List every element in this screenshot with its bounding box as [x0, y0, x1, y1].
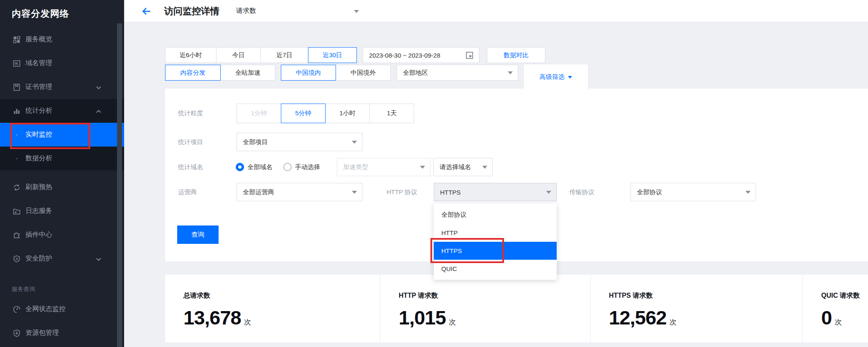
time-range-7d-button[interactable]: 近7日 [260, 47, 308, 63]
all-domains-radio[interactable] [236, 163, 244, 171]
project-select[interactable]: 全部项目 [237, 133, 362, 151]
bullet-icon: · [12, 130, 22, 139]
chevron-down-icon [420, 166, 425, 169]
granularity-1min-button[interactable]: 1分钟 [237, 104, 281, 123]
metric-select[interactable]: 请求数 [236, 0, 361, 22]
stats-panel: 总请求数 13,678 次 HTTP 请求数 1,015 次 HTTPS 请求数… [165, 275, 868, 342]
menu-option-all-protocols[interactable]: 全部协议 [434, 206, 557, 224]
bookmark-icon [12, 82, 22, 92]
http-protocol-label: HTTP 协议 [387, 188, 417, 196]
transport-select-value: 全部协议 [637, 188, 662, 196]
domain-icon: W. [12, 58, 22, 68]
menu-option-http[interactable]: HTTP [434, 224, 557, 242]
sidebar-section-label: 服务查询 [0, 281, 124, 297]
manual-select-radio[interactable] [283, 163, 292, 171]
sidebar-item-label: 资源包管理 [25, 329, 59, 337]
metric-select-value: 请求数 [236, 7, 256, 15]
back-arrow-icon[interactable] [141, 6, 152, 17]
region-tab-overseas[interactable]: 中国境外 [336, 65, 391, 81]
all-domains-radio-label[interactable]: 全部域名 [247, 163, 272, 171]
domain-picker-placeholder: 请选择域名 [440, 163, 471, 171]
product-tab-ecdn[interactable]: 全站加速 [220, 65, 275, 81]
stat-value: 13,678 [183, 306, 241, 329]
project-select-value: 全部项目 [243, 138, 268, 146]
area-select-value: 全部地区 [403, 69, 428, 77]
chevron-down-icon [354, 10, 359, 13]
chevron-down-icon [482, 166, 487, 169]
stat-quic-requests: QUIC 请求数 0 次 [802, 275, 868, 342]
stat-label: QUIC 请求数 [821, 291, 868, 300]
time-range-bar: 近6小时 今日 近7日 近30日 2023-08-30 ~ 2023-09-28… [165, 47, 545, 63]
sidebar-item-label: 刷新预热 [25, 183, 52, 192]
area-select[interactable]: 全部地区 [397, 65, 518, 81]
chevron-down-icon [568, 76, 572, 79]
page-header: 访问监控详情 请求数 [124, 0, 868, 22]
stat-unit: 次 [669, 317, 677, 327]
chevron-down-icon [352, 141, 357, 144]
sidebar-item-label: 日志服务 [25, 207, 52, 215]
sidebar-item-security[interactable]: 安全防护 [0, 247, 124, 271]
sidebar-item-statistics[interactable]: 统计分析 [0, 99, 124, 123]
accel-type-placeholder: 加速类型 [343, 163, 368, 171]
sidebar-item-label: 数据分析 [25, 154, 52, 163]
region-tab-china[interactable]: 中国境内 [281, 65, 336, 81]
menu-option-quic[interactable]: QUIC [434, 260, 557, 278]
time-range-6h-button[interactable]: 近6小时 [165, 47, 216, 63]
grid-icon [12, 35, 22, 45]
stat-https-requests: HTTPS 请求数 12,562 次 [590, 275, 802, 342]
sidebar-item-log-service[interactable]: 日志服务 [0, 199, 124, 223]
granularity-1day-button[interactable]: 1天 [369, 104, 414, 123]
advanced-filter-toggle[interactable]: 高级筛选 [523, 64, 588, 90]
stat-unit: 次 [835, 317, 842, 327]
granularity-5min-button[interactable]: 5分钟 [281, 104, 326, 123]
stat-unit: 次 [244, 317, 251, 327]
sidebar-item-resource-package[interactable]: 资源包管理 [0, 321, 124, 345]
http-protocol-menu: 全部协议 HTTP HTTPS QUIC [434, 204, 557, 280]
stat-label: HTTPS 请求数 [609, 291, 802, 300]
project-label: 统计项目 [178, 138, 203, 146]
data-compare-button[interactable]: 数据对比 [487, 47, 545, 63]
stat-value: 1,015 [399, 306, 446, 329]
sidebar-group-statistics: 统计分析 · 实时监控 · 数据分析 [0, 99, 124, 170]
time-range-today-button[interactable]: 今日 [216, 47, 261, 63]
sidebar: 内容分发网络 服务概览 W. 域名管理 证书管理 [0, 0, 124, 347]
chevron-down-icon [96, 84, 101, 91]
puzzle-icon [12, 230, 22, 240]
protocol-row: 运营商 全部运营商 HTTP 协议 HTTPS 传输协议 全部协议 [165, 183, 868, 201]
menu-option-https[interactable]: HTTPS [434, 242, 557, 260]
sidebar-scrollbar[interactable] [117, 23, 122, 347]
domain-label: 统计域名 [178, 163, 203, 171]
bullet-icon: · [12, 154, 22, 163]
domain-row: 统计域名 全部域名 手动选择 加速类型 请选择域名 [165, 159, 868, 175]
sidebar-item-label: 域名管理 [25, 59, 52, 68]
sidebar-item-plugin-center[interactable]: 插件中心 [0, 223, 124, 247]
shield-icon [12, 254, 22, 264]
product-tab-cdn[interactable]: 内容分发 [165, 65, 221, 81]
sidebar-item-refresh-prefetch[interactable]: 刷新预热 [0, 175, 124, 199]
isp-select[interactable]: 全部运营商 [237, 183, 362, 201]
sidebar-item-cert-management[interactable]: 证书管理 [0, 75, 124, 99]
stat-label: HTTP 请求数 [399, 291, 590, 300]
time-range-30d-button[interactable]: 近30日 [308, 47, 357, 63]
isp-label: 运营商 [178, 188, 197, 196]
query-button[interactable]: 查询 [177, 225, 219, 244]
granularity-row: 统计粒度 1分钟 5分钟 1小时 1天 [165, 104, 868, 123]
transport-select[interactable]: 全部协议 [631, 183, 756, 201]
manual-select-radio-label[interactable]: 手动选择 [295, 163, 320, 171]
app-title: 内容分发网络 [0, 0, 124, 28]
granularity-1hour-button[interactable]: 1小时 [325, 104, 370, 123]
sidebar-item-data-analysis[interactable]: · 数据分析 [0, 147, 124, 170]
sidebar-item-label: 实时监控 [25, 130, 52, 139]
gauge-icon [12, 304, 22, 314]
http-protocol-select[interactable]: HTTPS [434, 183, 557, 201]
sidebar-item-domain-management[interactable]: W. 域名管理 [0, 51, 124, 75]
sidebar-item-service-overview[interactable]: 服务概览 [0, 28, 124, 51]
sidebar-item-realtime-monitor[interactable]: · 实时监控 [0, 123, 124, 147]
sidebar-item-network-status[interactable]: 全网状态监控 [0, 297, 124, 321]
accel-type-select[interactable]: 加速类型 [337, 158, 430, 176]
scope-filter-bar: 内容分发 全站加速 中国境内 中国境外 全部地区 [165, 65, 518, 81]
sidebar-item-label: 服务概览 [25, 35, 52, 44]
date-range-picker[interactable]: 2023-08-30 ~ 2023-09-28 [363, 47, 479, 63]
domain-picker-select[interactable]: 请选择域名 [433, 158, 493, 176]
stat-label: 总请求数 [183, 291, 380, 300]
